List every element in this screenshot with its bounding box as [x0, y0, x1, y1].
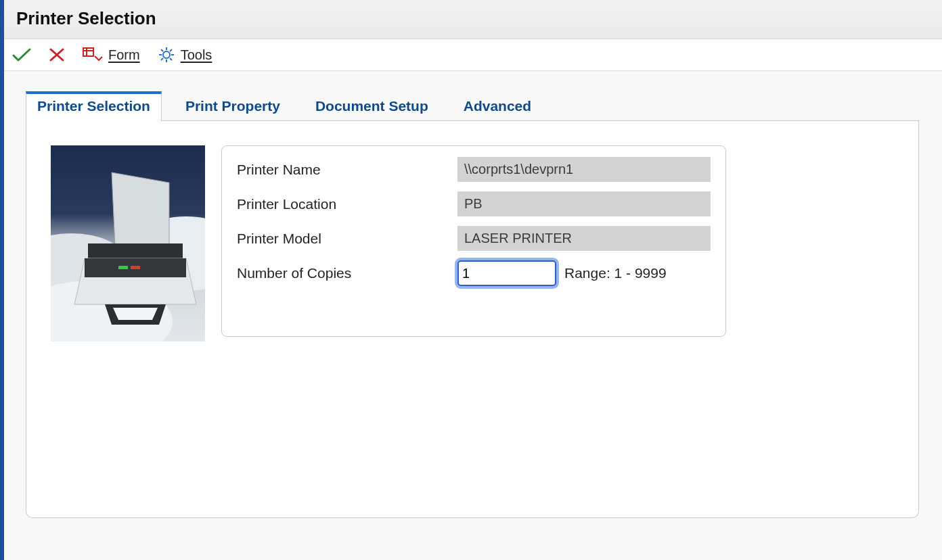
- left-accent-bar: [0, 0, 4, 538]
- form-menu-label: Form: [108, 47, 140, 63]
- form-menu[interactable]: Form: [83, 47, 140, 63]
- copies-range-text: Range: 1 - 9999: [564, 265, 667, 281]
- printer-name-value: \\corprts1\devprn1: [457, 157, 711, 182]
- printer-location-value: PB: [457, 191, 711, 216]
- cancel-button[interactable]: [49, 47, 65, 62]
- svg-rect-19: [118, 266, 128, 269]
- field-printer-location: Printer Location PB: [237, 191, 711, 216]
- form-icon: [83, 47, 103, 63]
- tools-menu-label: Tools: [181, 47, 212, 63]
- tab-label: Printer Selection: [37, 98, 150, 114]
- tab-label: Print Property: [185, 98, 280, 114]
- svg-rect-0: [83, 48, 93, 56]
- close-icon: [49, 47, 65, 62]
- svg-line-8: [161, 49, 163, 51]
- tab-print-property[interactable]: Print Property: [174, 91, 292, 121]
- printer-illustration: [51, 145, 205, 342]
- svg-point-3: [163, 51, 170, 58]
- svg-rect-20: [131, 266, 140, 269]
- tab-label: Advanced: [464, 98, 531, 114]
- tab-label: Document Setup: [315, 98, 428, 114]
- copies-input[interactable]: [457, 260, 556, 286]
- page-title: Printer Selection: [16, 8, 156, 28]
- toolbar: Form Tools: [0, 39, 942, 71]
- tabs: Printer Selection Print Property Documen…: [26, 90, 919, 121]
- svg-line-11: [161, 58, 163, 60]
- gear-icon: [158, 46, 175, 64]
- tab-panel: Printer Name \\corprts1\devprn1 Printer …: [26, 121, 919, 518]
- printer-model-value: LASER PRINTER: [457, 226, 711, 251]
- field-number-of-copies: Number of Copies Range: 1 - 9999: [237, 260, 711, 286]
- tools-menu[interactable]: Tools: [158, 46, 212, 64]
- check-icon: [12, 47, 31, 62]
- field-label: Printer Name: [237, 162, 457, 178]
- printer-fields: Printer Name \\corprts1\devprn1 Printer …: [221, 145, 726, 337]
- svg-rect-16: [88, 243, 183, 258]
- field-printer-model: Printer Model LASER PRINTER: [237, 226, 711, 251]
- field-printer-name: Printer Name \\corprts1\devprn1: [237, 157, 711, 182]
- svg-marker-15: [112, 172, 169, 247]
- ok-button[interactable]: [12, 47, 31, 62]
- svg-line-10: [170, 49, 172, 51]
- field-label: Number of Copies: [237, 265, 457, 281]
- field-label: Printer Location: [237, 196, 457, 212]
- svg-marker-22: [113, 308, 158, 320]
- tab-printer-selection[interactable]: Printer Selection: [26, 91, 162, 121]
- field-label: Printer Model: [237, 231, 457, 247]
- tab-advanced[interactable]: Advanced: [452, 91, 543, 121]
- tab-document-setup[interactable]: Document Setup: [304, 91, 440, 121]
- tabs-container: Printer Selection Print Property Documen…: [0, 71, 942, 538]
- title-bar: Printer Selection: [0, 0, 942, 39]
- svg-line-9: [170, 58, 172, 60]
